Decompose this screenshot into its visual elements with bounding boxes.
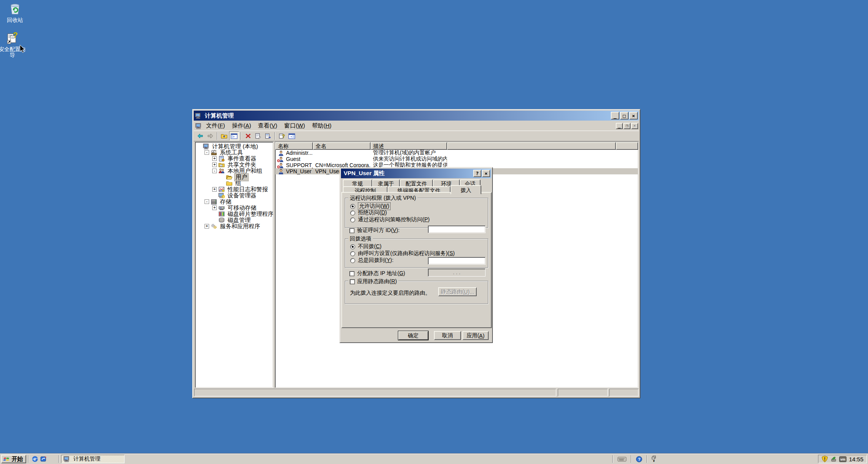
mdi-minimize-button[interactable]: _: [616, 123, 623, 129]
toolbar-properties-button[interactable]: [253, 131, 263, 141]
callback-radio[interactable]: [350, 244, 355, 249]
tree-item-label: 服务和应用程序: [219, 223, 261, 230]
callback-number-input[interactable]: [428, 257, 486, 265]
menu-window[interactable]: 窗口(W): [281, 121, 308, 131]
remote-access-option[interactable]: 允许访问(W): [350, 202, 391, 210]
column-header-0[interactable]: 名称: [275, 142, 313, 150]
user-row[interactable]: Administr...管理计算机(域)的内置帐户: [275, 150, 638, 156]
user-row[interactable]: Guest供来宾访问计算机或访问域的内...: [275, 156, 638, 162]
back-icon: [197, 133, 203, 139]
internet-explorer-icon[interactable]: e: [31, 455, 39, 463]
expand-toggle[interactable]: +: [212, 156, 217, 161]
maximize-button[interactable]: □: [620, 112, 629, 119]
column-header-filler: [616, 142, 638, 150]
toolbar-back-button[interactable]: [195, 131, 205, 141]
chevron-down-icon: ▼: [652, 460, 655, 462]
remote-access-radio[interactable]: [350, 210, 355, 215]
menu-view[interactable]: 查看(V): [254, 121, 281, 131]
toolbar-help-button[interactable]: ?: [277, 131, 287, 141]
callback-option[interactable]: 由呼叫方设置(仅路由和远程访问服务)(S): [350, 250, 455, 257]
menu-file[interactable]: 文件(F): [203, 121, 228, 131]
callback-label: 由呼叫方设置(仅路由和远程访问服务)(S): [358, 250, 455, 257]
close-button[interactable]: ×: [629, 112, 638, 119]
menu-help[interactable]: 帮助(H): [308, 121, 335, 131]
desktop: 回收站 ? 安全配置向导 计算机管理 _ □: [0, 0, 868, 464]
window-restore-chevron-icon[interactable]: ▼: [652, 456, 656, 462]
show-desktop-icon[interactable]: [39, 455, 48, 463]
desktop-icon-recycle-bin[interactable]: 回收站: [0, 2, 30, 23]
mdi-close-button[interactable]: ×: [631, 123, 638, 129]
column-header-1[interactable]: 全名: [313, 142, 371, 150]
collapse-toggle[interactable]: -: [212, 169, 217, 173]
vmware-tools-icon[interactable]: [830, 456, 837, 462]
list-header: 名称全名描述: [275, 142, 638, 150]
dialog-help-button[interactable]: ?: [473, 170, 481, 177]
remote-access-radio[interactable]: [350, 204, 355, 209]
static-ip-input[interactable]: . . .: [428, 268, 486, 277]
callback-radio[interactable]: [350, 258, 355, 263]
callback-radio[interactable]: [350, 251, 355, 256]
caller-id-input[interactable]: [428, 225, 486, 233]
callback-option[interactable]: 不回拨(C): [350, 243, 381, 250]
toolbar-export-list-button[interactable]: [263, 131, 273, 141]
vm-icon[interactable]: vm: [839, 456, 846, 462]
security-shield-icon[interactable]: [821, 456, 828, 462]
dialog-close-button[interactable]: ×: [482, 170, 490, 177]
expand-toggle[interactable]: +: [212, 187, 217, 192]
vpn-user-properties-dialog: VPN_User 属性 ? × 常规隶属于配置文件环境会话 远程控制终端服务配置…: [339, 167, 493, 343]
clock[interactable]: 14:55: [849, 456, 863, 462]
tab-常规[interactable]: 常规: [343, 179, 372, 187]
system-tray: vm 14:55: [818, 455, 867, 463]
ok-button[interactable]: 确定: [398, 331, 428, 340]
tab-配置文件[interactable]: 配置文件: [400, 179, 433, 187]
window-titlebar[interactable]: 计算机管理 _ □ ×: [194, 111, 639, 121]
static-ip-checkbox[interactable]: [349, 271, 354, 276]
collapse-toggle[interactable]: -: [205, 150, 209, 155]
tab-隶属于[interactable]: 隶属于: [372, 179, 400, 187]
callback-option[interactable]: 总是回拨到(Y):: [350, 257, 394, 264]
console-tree-pane[interactable]: 计算机管理 (本地)-系统工具+事件查看器+共享文件夹-本地用户和组用户组+性能…: [195, 142, 273, 388]
remote-access-radio[interactable]: [350, 217, 355, 222]
taskbar-separator: [631, 455, 632, 463]
dialog-titlebar[interactable]: VPN_User 属性 ? ×: [341, 169, 491, 178]
column-header-2[interactable]: 描述: [371, 142, 447, 150]
apply-button[interactable]: 应用(A): [462, 331, 489, 340]
tree-item[interactable]: +服务和应用程序: [195, 223, 273, 229]
toolbar-toggle-console-tree-button[interactable]: [229, 131, 239, 141]
toolbar-delete-button[interactable]: [243, 131, 253, 141]
keyboard-icon[interactable]: [617, 456, 627, 462]
tab-拨入[interactable]: 拨入: [451, 185, 481, 194]
callback-group-title: 回拨选项: [348, 235, 373, 242]
taskbar-separator: [58, 455, 59, 463]
taskbar-tools: ? ▼: [610, 455, 656, 463]
task-button-computer-management[interactable]: 计算机管理: [61, 455, 125, 463]
collapse-toggle[interactable]: -: [205, 199, 209, 204]
remote-access-option[interactable]: 通过远程访问策略控制访问(P): [350, 216, 430, 223]
verify-caller-id-checkbox[interactable]: [349, 228, 354, 233]
static-routes-checkbox[interactable]: [350, 279, 355, 284]
mdi-restore-button[interactable]: ❐: [624, 123, 630, 129]
static-routes-button[interactable]: 静态路由(U)...: [438, 287, 477, 296]
tools-icon: [211, 149, 217, 156]
toggle-console-tree-icon: [231, 133, 238, 139]
toolbar-up-folder-button[interactable]: [219, 131, 229, 141]
help-icon[interactable]: ?: [636, 456, 642, 462]
expand-toggle[interactable]: +: [212, 205, 217, 210]
toolbar-new-window-button[interactable]: [287, 131, 297, 141]
start-button[interactable]: 开始: [1, 455, 26, 463]
column-header-empty[interactable]: [447, 142, 616, 150]
expand-toggle[interactable]: +: [205, 224, 209, 229]
taskbar-separator: [612, 455, 613, 463]
toolbar-separator: [274, 132, 275, 140]
expand-toggle[interactable]: +: [212, 162, 217, 167]
cancel-button[interactable]: 取消: [434, 331, 461, 340]
minimize-button[interactable]: _: [611, 112, 619, 119]
remote-access-option[interactable]: 拒绝访问(D): [350, 209, 387, 216]
svg-text:?: ?: [282, 134, 285, 139]
window-computer-icon: [195, 113, 201, 119]
toolbar-forward-button[interactable]: [205, 131, 215, 141]
remote-access-label: 通过远程访问策略控制访问(P): [358, 216, 430, 223]
taskbar: 开始 e 计算机管理: [0, 454, 868, 464]
menu-action[interactable]: 操作(A): [228, 121, 254, 131]
tree-item[interactable]: 设备管理器: [195, 192, 273, 199]
